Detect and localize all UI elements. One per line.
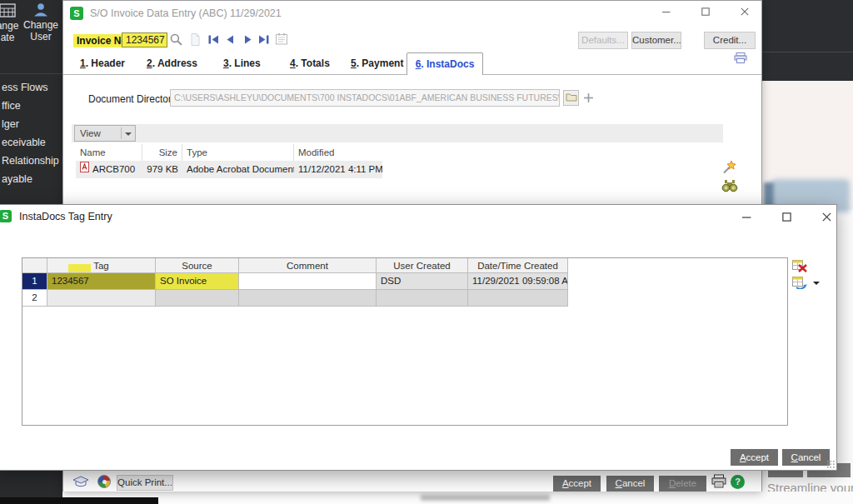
change-date-label-line2: ate <box>1 32 15 43</box>
window-titlebar: S/O Invoice Data Entry (ABC) 11/29/2021 <box>63 1 761 26</box>
sidebar-item-payable[interactable]: ayable <box>2 173 32 185</box>
comment-cell[interactable] <box>239 290 377 307</box>
file-toolbar-strip: View <box>72 124 723 142</box>
lookup-icon[interactable] <box>169 32 184 47</box>
defaults-button[interactable]: Defaults... <box>578 32 628 49</box>
help-icon[interactable] <box>731 475 745 489</box>
sidebar-item-receivable[interactable]: eceivable <box>2 137 46 148</box>
row-selector[interactable]: 2 <box>22 290 47 307</box>
view-dropdown-label: View <box>80 128 101 138</box>
delete-row-icon[interactable] <box>792 260 807 275</box>
tag-cell[interactable] <box>47 290 156 307</box>
tag-cell[interactable]: 1234567 <box>47 273 156 290</box>
dialog-title: InstaDocs Tag Entry <box>19 211 112 222</box>
file-column-type: Type <box>182 144 294 161</box>
sidebar-divider <box>0 73 62 74</box>
window-title: S/O Invoice Data Entry (ABC) 11/29/2021 <box>90 7 282 19</box>
tag-grid: Tag Source Comment User Created Date/Tim… <box>22 257 788 426</box>
user-created-cell[interactable] <box>377 290 468 307</box>
search-documents-icon[interactable] <box>721 179 738 195</box>
background-black-bar <box>0 497 158 504</box>
first-record-icon[interactable] <box>207 34 222 49</box>
background-dark-area <box>762 0 853 81</box>
datetime-created-cell[interactable] <box>468 290 568 307</box>
close-icon[interactable] <box>820 211 833 222</box>
file-list-header: Name Size Type Modified <box>76 144 382 161</box>
user-icon <box>32 2 49 19</box>
column-user-created: User Created <box>377 258 468 273</box>
document-lookup-icon[interactable] <box>188 32 203 47</box>
file-type: Adobe Acrobat Document <box>182 161 294 178</box>
accept-button-dialog[interactable]: Accept <box>731 449 778 466</box>
customer-button[interactable]: Customer... <box>631 32 681 49</box>
tab-header[interactable]: 1. Header <box>80 57 125 69</box>
comment-cell[interactable] <box>239 273 377 290</box>
change-user-label-line1: Change <box>23 19 58 31</box>
file-row[interactable]: ARCB700 979 KB Adobe Acrobat Document 11… <box>76 161 382 178</box>
printer-icon[interactable] <box>711 474 727 491</box>
paperless-office-icon[interactable] <box>72 475 90 491</box>
resize-grip[interactable] <box>826 460 835 468</box>
row-number-header <box>22 258 47 273</box>
tag-row-2: 2 <box>22 290 787 307</box>
tab-address[interactable]: 2. Address <box>147 57 197 69</box>
memo-icon[interactable] <box>275 32 290 47</box>
delete-button-main[interactable]: Delete <box>659 476 706 492</box>
main-bottom-bar: Quick Print... Accept Cancel Delete <box>63 470 761 492</box>
next-record-icon[interactable] <box>241 34 256 49</box>
credit-button[interactable]: Credit... <box>704 32 756 49</box>
sidebar-item-business-flows[interactable]: ess Flows <box>2 82 48 93</box>
source-cell[interactable]: SO Invoice <box>156 273 239 290</box>
document-directory-label: Document Directory <box>88 93 177 105</box>
sidebar-item-office[interactable]: ffice <box>2 100 21 112</box>
tag-grid-header: Tag Source Comment User Created Date/Tim… <box>22 258 787 273</box>
background-blurred-text <box>421 495 550 501</box>
reset-rows-icon[interactable] <box>792 277 807 292</box>
datetime-created-cell[interactable]: 11/29/2021 09:59:08 AM <box>468 273 568 290</box>
user-created-cell[interactable]: DSD <box>377 273 468 290</box>
close-icon[interactable] <box>738 6 751 17</box>
source-cell[interactable] <box>156 290 239 307</box>
change-date-label-line1: ange <box>0 20 18 32</box>
chevron-down-icon[interactable] <box>813 282 820 285</box>
row-selector[interactable]: 1 <box>22 273 47 290</box>
file-column-modified: Modified <box>294 144 382 161</box>
view-dropdown-button[interactable]: View <box>74 125 136 142</box>
tag-wand-icon[interactable] <box>721 159 737 178</box>
accept-button-main[interactable]: Accept <box>553 476 601 492</box>
previous-record-icon[interactable] <box>224 34 239 49</box>
sidebar-item-relationship-management[interactable]: Relationship Mar <box>2 155 62 167</box>
file-name: ARCB700 <box>92 161 135 178</box>
calendar-icon <box>0 2 16 20</box>
minimize-icon[interactable] <box>740 211 753 222</box>
minimize-icon[interactable] <box>660 6 673 17</box>
file-column-name: Name <box>76 144 142 161</box>
sage-logo-icon <box>70 7 83 20</box>
tab-lines[interactable]: 3. Lines <box>223 57 261 69</box>
screen: Streamline your w ange ate Change User e… <box>0 0 853 504</box>
file-column-size: Size <box>142 144 182 161</box>
invoice-no-field[interactable]: 1234567 <box>122 32 167 47</box>
change-user-label-line2: User <box>30 31 51 42</box>
sidebar-item-ledger[interactable]: lger <box>2 118 19 130</box>
cancel-button-dialog[interactable]: Cancel <box>782 449 830 466</box>
document-directory-field[interactable]: C:\USERS\ASHLEYU\DOCUMENTS\700 INSTADOCS… <box>170 89 560 107</box>
background-seam <box>762 52 853 52</box>
quick-print-button[interactable]: Quick Print... <box>117 475 173 491</box>
last-record-icon[interactable] <box>257 34 272 49</box>
tab-instadocs[interactable]: 6. InstaDocs <box>407 52 483 75</box>
folder-icon <box>566 92 577 104</box>
maximize-icon[interactable] <box>699 6 712 17</box>
add-directory-icon[interactable] <box>583 92 594 103</box>
tab-payment[interactable]: 5. Payment <box>351 57 403 69</box>
cancel-button-main[interactable]: Cancel <box>606 476 654 492</box>
sidebar-item-change-user[interactable]: Change User <box>20 2 62 42</box>
color-wheel-icon[interactable] <box>97 475 111 488</box>
highlighter-mark <box>68 264 91 272</box>
column-source: Source <box>156 258 239 273</box>
browse-directory-button[interactable] <box>563 90 579 106</box>
maximize-icon[interactable] <box>780 211 793 222</box>
background-light-area <box>762 81 853 210</box>
tab-totals[interactable]: 4. Totals <box>290 57 330 69</box>
print-preview-icon[interactable] <box>733 52 748 64</box>
